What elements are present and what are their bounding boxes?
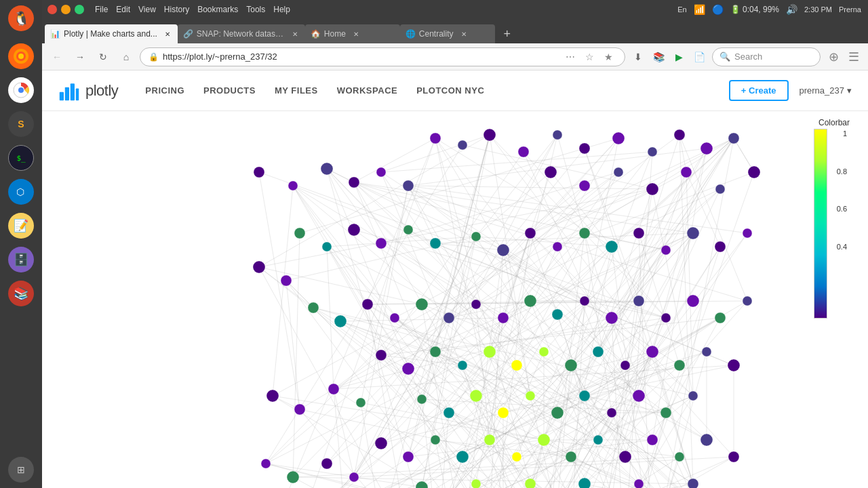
- svg-line-301: [266, 304, 422, 464]
- tab-home-close[interactable]: ✕: [351, 29, 361, 39]
- download-icon[interactable]: ⬇: [629, 48, 647, 66]
- play-icon[interactable]: ▶: [670, 48, 688, 66]
- forward-button[interactable]: →: [71, 47, 90, 66]
- svg-point-459: [471, 300, 481, 309]
- new-tab-button[interactable]: +: [498, 24, 517, 43]
- bookmark-star-icon[interactable]: ★: [600, 49, 616, 65]
- svg-line-73: [259, 135, 490, 267]
- nav-myfiles[interactable]: MY FILES: [275, 85, 318, 96]
- svg-line-322: [625, 172, 686, 365]
- svg-line-308: [259, 267, 408, 488]
- nav-pricing[interactable]: PRICING: [145, 85, 184, 96]
- svg-point-484: [328, 384, 339, 394]
- files-icon[interactable]: 🗄️: [8, 247, 34, 272]
- svg-point-497: [660, 407, 671, 418]
- reload-button[interactable]: ↻: [94, 47, 113, 66]
- notes-icon[interactable]: 📝: [8, 213, 34, 239]
- url-bar: ← → ↻ ⌂ 🔒 https://plot.ly/~prerna_237/32…: [42, 43, 868, 70]
- svg-point-501: [431, 435, 440, 445]
- menu-icon[interactable]: ☰: [845, 48, 863, 66]
- svg-line-286: [347, 365, 517, 488]
- svg-point-444: [525, 228, 536, 239]
- browser-window: 📊 Plotly | Make charts and... ✕ 🔗 SNAP: …: [42, 19, 868, 488]
- centrality-favicon: 🌐: [406, 29, 415, 39]
- svg-point-2: [18, 54, 24, 59]
- svg-point-502: [456, 451, 469, 463]
- nav-workspace[interactable]: WORKSPACE: [337, 85, 397, 96]
- maximize-button[interactable]: [75, 5, 84, 14]
- screenshot-icon[interactable]: ⊞: [8, 457, 34, 483]
- tab-snap-label: SNAP: Network dataset...: [197, 29, 285, 39]
- svg-point-499: [375, 437, 387, 449]
- svg-point-506: [566, 451, 576, 462]
- back-button[interactable]: ←: [47, 47, 66, 66]
- tab-plotly[interactable]: 📊 Plotly | Make charts and... ✕: [45, 24, 178, 43]
- menu-history[interactable]: History: [164, 5, 189, 14]
- tab-snap-close[interactable]: ✕: [290, 29, 300, 39]
- colorbar-title: Colorbar: [814, 118, 854, 127]
- svg-point-476: [539, 347, 549, 357]
- chrome-icon[interactable]: [8, 77, 34, 103]
- svg-point-512: [728, 451, 739, 462]
- bluetooth-icon: 🔵: [712, 4, 724, 15]
- svg-point-450: [687, 227, 699, 239]
- url-input[interactable]: 🔒 https://plot.ly/~prerna_237/32 ⋯ ☆ ★: [140, 47, 625, 66]
- svg-point-422: [288, 181, 298, 190]
- svg-line-313: [490, 135, 530, 396]
- search-icon: 🔍: [719, 52, 730, 62]
- svg-point-440: [253, 261, 265, 273]
- svg-line-267: [598, 172, 686, 352]
- svg-rect-11: [76, 88, 79, 100]
- extensions-icon[interactable]: ⊕: [825, 48, 842, 66]
- menu-edit[interactable]: Edit: [116, 5, 130, 14]
- tab-home[interactable]: 🏠 Home ✕: [305, 24, 400, 43]
- svg-point-439: [430, 238, 441, 249]
- minimize-button[interactable]: [61, 5, 71, 14]
- menu-bookmarks[interactable]: Bookmarks: [197, 5, 238, 14]
- nav-plotcon[interactable]: PLOTCON NYC: [416, 85, 484, 96]
- plotly-logo[interactable]: plotly: [58, 80, 118, 102]
- menu-view[interactable]: View: [138, 5, 156, 14]
- terminal-icon[interactable]: $_: [8, 145, 34, 171]
- svg-point-479: [620, 361, 630, 370]
- bookmark-icon[interactable]: ⋯: [562, 49, 578, 65]
- nav-products[interactable]: PRODUCTS: [203, 85, 256, 96]
- sublime-icon[interactable]: S: [8, 111, 34, 137]
- svg-point-509: [647, 434, 658, 445]
- close-button[interactable]: [47, 5, 57, 14]
- svg-point-508: [619, 451, 631, 463]
- colorbar-tick-1: 1: [843, 129, 847, 138]
- svg-point-507: [593, 435, 603, 445]
- firefox-icon[interactable]: [8, 43, 34, 69]
- snap-favicon: 🔗: [183, 29, 193, 39]
- books-icon[interactable]: 📚: [8, 281, 34, 306]
- ubuntu-icon[interactable]: 🐧: [8, 5, 34, 31]
- tab-centrality-close[interactable]: ✕: [459, 29, 469, 39]
- svg-line-227: [259, 172, 666, 318]
- right-toolbar-icons: ⊕ ☰: [825, 48, 863, 66]
- svg-line-144: [381, 172, 544, 488]
- menu-tools[interactable]: Tools: [246, 5, 265, 14]
- tab-centrality[interactable]: 🌐 Centrality ✕: [400, 24, 495, 43]
- search-box[interactable]: 🔍 Search: [712, 47, 821, 66]
- svg-point-513: [261, 459, 271, 468]
- svg-point-441: [281, 275, 292, 286]
- reader-icon[interactable]: 📄: [690, 48, 708, 66]
- library-icon[interactable]: 📚: [650, 48, 667, 66]
- tab-plotly-close[interactable]: ✕: [163, 29, 172, 39]
- tab-snap[interactable]: 🔗 SNAP: Network dataset... ✕: [178, 24, 305, 43]
- home-button[interactable]: ⌂: [117, 47, 136, 66]
- graph-canvas[interactable]: [42, 111, 868, 488]
- vscode-icon[interactable]: ⬡: [8, 179, 34, 205]
- svg-point-495: [607, 408, 616, 418]
- create-button[interactable]: + Create: [729, 80, 789, 101]
- svg-point-455: [362, 299, 373, 310]
- svg-point-458: [443, 312, 454, 323]
- svg-point-485: [356, 398, 366, 407]
- menu-help[interactable]: Help: [273, 5, 290, 14]
- star-icon[interactable]: ☆: [581, 49, 597, 65]
- svg-point-445: [553, 242, 562, 251]
- svg-line-395: [612, 138, 734, 247]
- user-menu[interactable]: prerna_237 ▾: [800, 85, 852, 96]
- menu-file[interactable]: File: [95, 5, 108, 14]
